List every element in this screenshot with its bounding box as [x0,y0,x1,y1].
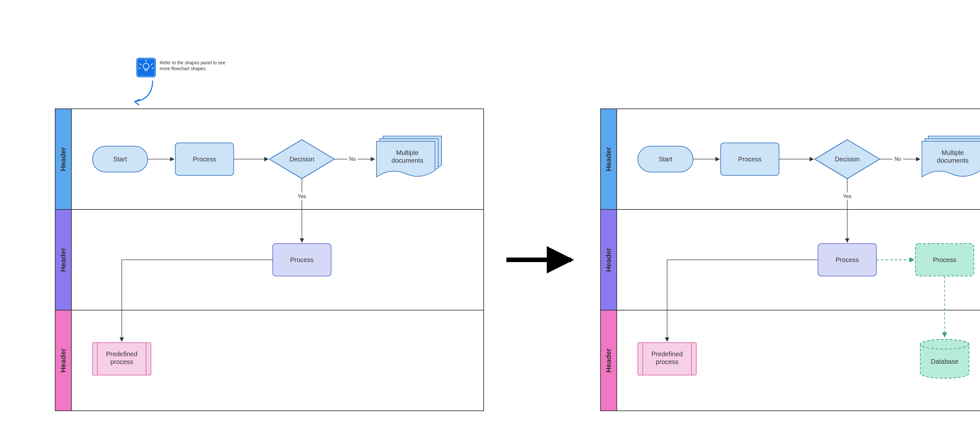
lane-header-1-label: Header [59,147,67,171]
process-top-node: Process [721,143,779,175]
right-swimlane-pool: Header Header Header Start Process Decis… [601,109,980,411]
edge-yes-label: Yes [843,193,851,199]
multi-documents-node: Multiple documents [377,136,441,177]
left-swimlane-pool: Header Header Header Start Process Decis… [55,109,484,411]
start-node: Start [638,146,693,172]
svg-text:Process: Process [835,256,859,263]
tip-text-line1: Refer to the shapes panel to see [160,60,226,65]
new-process-node: Process [915,244,974,276]
svg-text:Predefined: Predefined [651,351,683,357]
svg-text:Database: Database [931,358,959,365]
lane-header-2-label: Header [605,247,612,272]
lane-header-3-label: Header [59,348,67,373]
svg-text:Process: Process [933,256,956,263]
svg-text:process: process [656,358,678,365]
tip-text-line2: more flowchart shapes. [160,66,207,71]
svg-text:Decision: Decision [835,156,860,163]
predefined-process-node: Predefined process [92,343,151,375]
svg-text:Start: Start [113,156,127,163]
lane-header-1-label: Header [605,147,612,171]
lane-header-3-label: Header [605,348,612,373]
svg-text:documents: documents [937,157,969,164]
svg-text:Multiple: Multiple [942,149,964,156]
edge-yes-label: Yes [298,193,306,199]
svg-text:Start: Start [659,156,673,163]
svg-text:Multiple: Multiple [396,149,419,156]
edge-no-label: No [895,156,902,162]
database-node: Database [920,340,969,378]
predefined-process-node: Predefined process [638,343,696,375]
svg-text:Decision: Decision [290,156,315,163]
svg-text:Process: Process [193,156,216,163]
edge-no-label: No [349,156,356,162]
tip-arrow-icon [135,81,153,102]
process-mid-node: Process [273,244,331,276]
process-mid-node: Process [818,244,877,276]
svg-text:process: process [110,358,133,365]
lane-header-2-label: Header [59,247,67,272]
svg-text:Predefined: Predefined [106,351,138,357]
svg-text:documents: documents [391,157,423,164]
process-top-node: Process [175,143,234,175]
start-node: Start [92,146,148,172]
multi-documents-node: Multiple documents [922,136,980,177]
tip-callout: Refer to the shapes panel to see more fl… [135,58,226,105]
svg-text:Process: Process [290,256,313,263]
svg-text:Process: Process [738,156,762,163]
